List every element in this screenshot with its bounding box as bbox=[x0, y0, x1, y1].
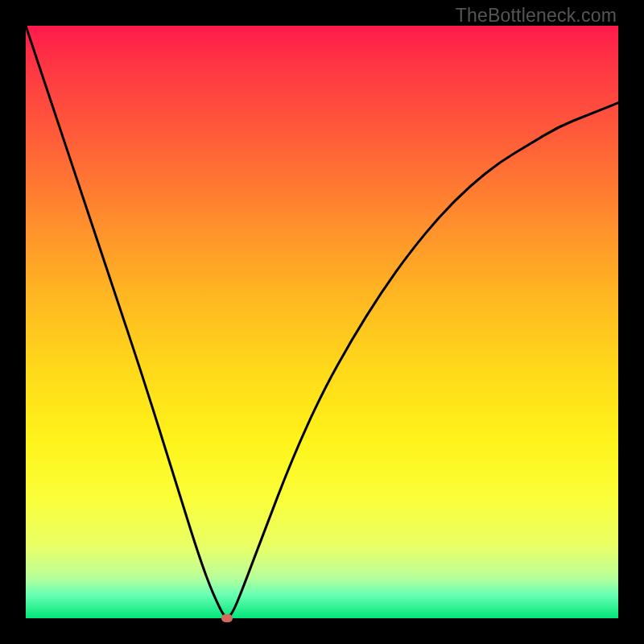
watermark-text: TheBottleneck.com bbox=[456, 5, 617, 27]
optimum-marker bbox=[221, 614, 233, 622]
bottleneck-curve bbox=[26, 26, 618, 618]
plot-area bbox=[26, 26, 618, 618]
chart-frame: TheBottleneck.com bbox=[0, 0, 644, 644]
